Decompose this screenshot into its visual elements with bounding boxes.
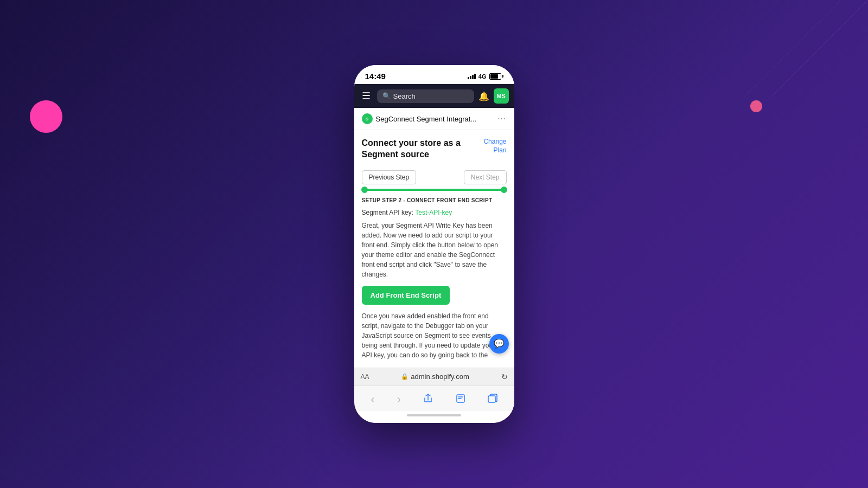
app-title-row: S SegConnect Segment Integrat... bbox=[362, 113, 477, 124]
share-button[interactable] bbox=[419, 393, 437, 407]
progress-dot-start bbox=[361, 187, 368, 193]
step-label: SETUP STEP 2 - CONNECT FRONT END SCRIPT bbox=[362, 197, 507, 203]
api-key-value: Test-API-key bbox=[415, 209, 452, 216]
home-indicator bbox=[354, 411, 514, 423]
user-avatar[interactable]: MS bbox=[494, 88, 509, 104]
content-area: S SegConnect Segment Integrat... ··· Con… bbox=[354, 108, 514, 368]
font-size-control[interactable]: AA bbox=[361, 373, 369, 381]
svg-line-0 bbox=[770, 0, 868, 98]
nav-bar: ☰ 🔍 Search 🔔 MS bbox=[354, 84, 514, 108]
progress-fill bbox=[362, 189, 507, 191]
tabs-button[interactable] bbox=[483, 393, 502, 406]
url-bar[interactable]: 🔒 admin.shopify.com bbox=[374, 373, 497, 381]
address-bar: AA 🔒 admin.shopify.com ↻ bbox=[354, 368, 514, 386]
api-key-row: Segment API key: Test-API-key bbox=[362, 209, 507, 216]
lock-icon: 🔒 bbox=[401, 373, 409, 380]
progress-dot-end bbox=[501, 187, 507, 193]
chat-icon: 💬 bbox=[494, 338, 505, 349]
bg-decoration-pink-left bbox=[30, 100, 62, 133]
page-heading: Connect your store as a Segment source bbox=[362, 138, 480, 160]
back-button[interactable]: ‹ bbox=[366, 391, 379, 408]
api-key-prefix: Segment API key: bbox=[362, 209, 413, 216]
phone-frame: 14:49 4G ☰ 🔍 Search 🔔 MS bbox=[354, 65, 514, 423]
app-logo: S bbox=[362, 113, 373, 124]
add-front-end-script-button[interactable]: Add Front End Script bbox=[362, 286, 450, 305]
change-plan-link[interactable]: Change Plan bbox=[480, 138, 507, 155]
app-title: SegConnect Segment Integrat... bbox=[376, 115, 477, 123]
reload-icon[interactable]: ↻ bbox=[501, 373, 508, 381]
bg-decoration-pink-right bbox=[750, 100, 762, 112]
signal-bars bbox=[468, 74, 476, 79]
status-bar: 14:49 4G bbox=[354, 65, 514, 84]
url-text: admin.shopify.com bbox=[411, 373, 469, 381]
signal-type: 4G bbox=[478, 73, 487, 80]
app-menu-dots[interactable]: ··· bbox=[497, 114, 506, 124]
bell-icon[interactable]: 🔔 bbox=[478, 91, 489, 101]
search-text: Search bbox=[393, 92, 416, 100]
status-icons: 4G bbox=[468, 73, 503, 80]
heading-row: Connect your store as a Segment source C… bbox=[362, 138, 507, 163]
search-bar[interactable]: 🔍 Search bbox=[377, 89, 474, 103]
progress-bar-container bbox=[362, 189, 507, 191]
status-time: 14:49 bbox=[365, 72, 386, 81]
bg-lines-decoration bbox=[716, 0, 868, 98]
main-content: Connect your store as a Segment source C… bbox=[354, 130, 514, 368]
svg-line-1 bbox=[743, 0, 841, 98]
next-step-button[interactable]: Next Step bbox=[464, 170, 507, 184]
step-buttons: Previous Step Next Step bbox=[362, 170, 507, 184]
home-bar bbox=[407, 414, 461, 416]
progress-track bbox=[362, 189, 507, 191]
bookmarks-button[interactable] bbox=[451, 393, 470, 407]
chat-button[interactable]: 💬 bbox=[489, 334, 509, 354]
svg-rect-3 bbox=[488, 396, 495, 402]
battery-icon bbox=[489, 73, 503, 80]
hamburger-icon[interactable]: ☰ bbox=[360, 89, 373, 103]
app-header: S SegConnect Segment Integrat... ··· bbox=[354, 108, 514, 130]
forward-button[interactable]: › bbox=[393, 391, 405, 408]
footer-description: Once you have added enabled the front en… bbox=[362, 311, 507, 360]
search-icon: 🔍 bbox=[382, 92, 391, 100]
previous-step-button[interactable]: Previous Step bbox=[362, 170, 417, 184]
description-text: Great, your Segment API Write Key has be… bbox=[362, 221, 507, 279]
browser-bottom-bar: ‹ › bbox=[354, 386, 514, 411]
